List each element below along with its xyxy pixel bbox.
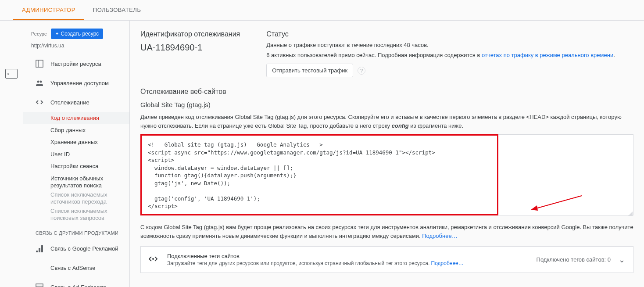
sidebar-item-access[interactable]: Управление доступом bbox=[23, 73, 129, 93]
connected-tags-card: Подключенные теги сайтов Загружайте теги… bbox=[140, 246, 633, 273]
sidebar-item-label: Связь с Ad Exchange bbox=[50, 284, 106, 287]
status-line-2: 6 активных пользователей прямо сейчас. П… bbox=[266, 52, 615, 58]
svg-rect-0 bbox=[36, 60, 43, 67]
gtag-code-textarea[interactable] bbox=[140, 134, 633, 215]
svg-rect-6 bbox=[41, 245, 43, 252]
sidebar-item-google-ads[interactable]: Связь с Google Рекламой bbox=[23, 239, 129, 258]
sidebar-item-settings[interactable]: Настройки ресурса bbox=[23, 54, 129, 73]
code-brackets-icon bbox=[149, 256, 157, 264]
code-icon bbox=[36, 98, 43, 106]
gtag-description: Далее приведен код отслеживания Global S… bbox=[140, 113, 633, 130]
resource-settings-icon bbox=[36, 60, 43, 68]
learn-more-link[interactable]: Подробнее… bbox=[422, 233, 457, 239]
create-resource-label: Создать ресурс bbox=[61, 31, 99, 37]
plus-icon: + bbox=[55, 31, 58, 37]
send-test-traffic-button[interactable]: Отправить тестовый трафик bbox=[266, 64, 353, 77]
main-content: Идентификатор отслеживания UA-11894690-1… bbox=[130, 21, 644, 287]
svg-rect-7 bbox=[36, 284, 43, 287]
adsense-icon bbox=[36, 264, 43, 272]
connected-tags-count: Подключено тегов сайтов: 0 bbox=[537, 256, 611, 263]
tab-admin[interactable]: АДМИНИСТРАТОР bbox=[13, 0, 84, 20]
arrow-left-icon: ⟵ bbox=[7, 70, 16, 77]
svg-rect-4 bbox=[36, 251, 38, 252]
after-code-text: С кодом Global Site Tag (gtag.js) вам бу… bbox=[140, 223, 633, 240]
resource-url[interactable]: http://virtus.ua bbox=[23, 39, 129, 54]
connected-tags-title: Подключенные теги сайтов bbox=[167, 253, 527, 259]
resource-label: Ресурс bbox=[31, 31, 47, 36]
sidebar-item-label: Отслеживание bbox=[50, 99, 89, 106]
sidebar-sub-collect[interactable]: Сбор данных bbox=[23, 124, 129, 136]
realtime-reports-link[interactable]: отчетах по трафику в режиме реального вр… bbox=[482, 52, 613, 58]
sidebar-item-label: Настройки ресурса bbox=[50, 61, 101, 67]
status-heading: Статус bbox=[266, 30, 615, 38]
sidebar-item-label: Связь с Google Рекламой bbox=[50, 245, 118, 252]
tracking-id-heading: Идентификатор отслеживания bbox=[140, 30, 240, 38]
left-gutter: ⟵ bbox=[0, 21, 23, 287]
resize-handle-icon bbox=[628, 212, 633, 216]
sidebar-item-label: Управление доступом bbox=[50, 80, 109, 86]
sidebar-sub-userid[interactable]: User ID bbox=[23, 148, 129, 161]
sidebar-sub-storage[interactable]: Хранение данных bbox=[23, 136, 129, 148]
top-tabs: АДМИНИСТРАТОР ПОЛЬЗОВАТЕЛЬ bbox=[0, 0, 644, 21]
tab-user[interactable]: ПОЛЬЗОВАТЕЛЬ bbox=[84, 0, 150, 20]
tracking-id-value: UA-11894690-1 bbox=[140, 43, 240, 53]
connected-learn-more-link[interactable]: Подробнее… bbox=[431, 260, 464, 266]
website-tracking-heading: Отслеживание веб-сайтов bbox=[140, 88, 633, 96]
status-line-1: Данные о трафике поступают в течение пос… bbox=[266, 42, 615, 48]
sidebar-sub-excluded-terms[interactable]: Список исключаемых поисковых запросов bbox=[23, 205, 129, 224]
svg-point-3 bbox=[40, 81, 42, 83]
sidebar-sub-session[interactable]: Настройки сеанса bbox=[23, 160, 129, 172]
sidebar-sub-tracking-code[interactable]: Код отслеживания bbox=[23, 112, 129, 124]
svg-rect-5 bbox=[39, 248, 40, 252]
gtag-heading: Global Site Tag (gtag.js) bbox=[140, 101, 633, 108]
help-icon[interactable]: ? bbox=[358, 67, 365, 75]
connected-tags-desc: Загружайте теги для других ресурсов или … bbox=[167, 260, 527, 266]
create-resource-button[interactable]: + Создать ресурс bbox=[51, 29, 103, 39]
users-icon bbox=[36, 79, 43, 87]
sidebar-item-tracking[interactable]: Отслеживание bbox=[23, 93, 129, 112]
google-ads-icon bbox=[36, 245, 43, 253]
sidebar-links-header: СВЯЗЬ С ДРУГИМИ ПРОДУКТАМИ bbox=[23, 224, 129, 239]
svg-point-10 bbox=[153, 258, 154, 259]
sidebar-item-adexchange[interactable]: Связь с Ad Exchange bbox=[23, 278, 129, 287]
sidebar: Ресурс + Создать ресурс http://virtus.ua… bbox=[23, 21, 130, 287]
svg-point-2 bbox=[37, 81, 39, 83]
back-button[interactable]: ⟵ bbox=[5, 69, 18, 79]
adexchange-icon bbox=[36, 283, 43, 287]
sidebar-item-label: Связь с AdSense bbox=[50, 265, 95, 271]
sidebar-item-adsense[interactable]: Связь с AdSense bbox=[23, 258, 129, 278]
chevron-down-icon[interactable]: ⌄ bbox=[619, 255, 625, 265]
